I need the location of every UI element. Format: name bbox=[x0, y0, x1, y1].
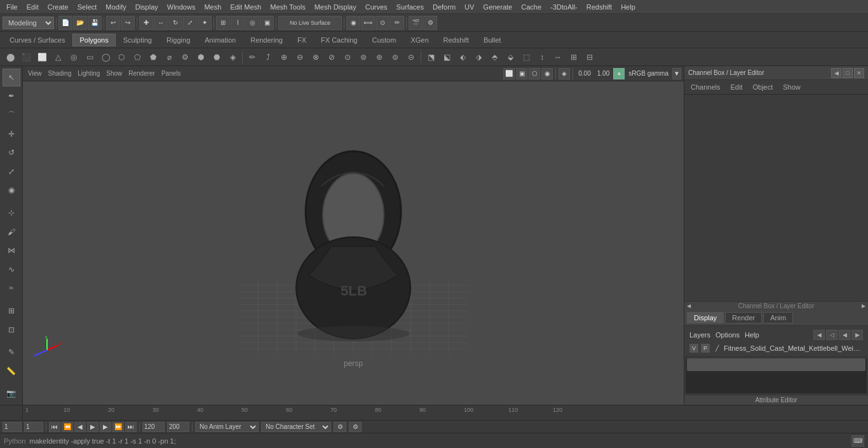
cone-btn[interactable]: △ bbox=[50, 50, 65, 65]
collapse-btn[interactable]: ⬚ bbox=[519, 50, 534, 65]
save-file-button[interactable]: 💾 bbox=[88, 16, 102, 30]
right-panel-resize[interactable]: ◀ bbox=[684, 302, 693, 310]
paint-effects[interactable]: 🖌 bbox=[3, 223, 20, 241]
soft-select-lt[interactable]: ⊹ bbox=[3, 204, 20, 222]
vp-shading-menu[interactable]: Shading bbox=[46, 69, 74, 78]
tab-show[interactable]: Show bbox=[780, 82, 803, 92]
prism-btn[interactable]: ⬡ bbox=[114, 50, 129, 65]
spin-btn[interactable]: ↔ bbox=[550, 50, 566, 65]
reduce-btn[interactable]: ⊝ bbox=[403, 50, 419, 65]
cb-tab-label[interactable]: Channel Box / Layer Editor bbox=[693, 302, 859, 310]
paint-tool[interactable]: ✒ bbox=[3, 88, 20, 105]
cb-float-btn[interactable]: □ bbox=[843, 68, 853, 78]
tab-redshift[interactable]: Redshift bbox=[437, 34, 476, 46]
next-frame-btn[interactable]: ▶ bbox=[100, 422, 111, 432]
menu-redshift[interactable]: Redshift bbox=[583, 2, 616, 12]
cloth-lt[interactable]: ⋈ bbox=[3, 241, 20, 259]
prev-frame-btn[interactable]: ◀ bbox=[74, 422, 86, 432]
cb-dock-btn[interactable]: ◀ bbox=[831, 68, 841, 78]
extract-btn[interactable]: ⊗ bbox=[308, 50, 323, 65]
bridge-btn[interactable]: ⬕ bbox=[439, 50, 454, 65]
select-component[interactable]: ◈ bbox=[559, 68, 570, 79]
menu-uv[interactable]: UV bbox=[461, 2, 478, 12]
smooth-btn[interactable]: ⊙ bbox=[340, 50, 355, 65]
lasso-tool[interactable]: ⌒ bbox=[3, 106, 20, 124]
render-settings[interactable]: ⚙ bbox=[423, 16, 437, 30]
curve-tool[interactable]: ✏ bbox=[245, 50, 260, 65]
tab-rigging[interactable]: Rigging bbox=[159, 34, 197, 46]
subdivide-btn[interactable]: ⊞ bbox=[566, 50, 581, 65]
menu-edit[interactable]: Edit bbox=[23, 2, 43, 12]
fluids-lt[interactable]: ≈ bbox=[3, 280, 20, 297]
layers-help-label[interactable]: Help bbox=[745, 331, 759, 339]
layer-visibility[interactable]: V bbox=[689, 344, 698, 353]
command-text[interactable]: makeIdentity -apply true -t 1 -r 1 -s 1 … bbox=[29, 437, 848, 445]
menu-edit-mesh[interactable]: Edit Mesh bbox=[226, 2, 265, 12]
flip-btn[interactable]: ↕ bbox=[534, 50, 550, 65]
layers-options-label[interactable]: Options bbox=[715, 331, 740, 339]
menu-file[interactable]: File bbox=[3, 2, 22, 12]
rotate-tool[interactable]: ↻ bbox=[168, 16, 182, 30]
render-btn[interactable]: 🎬 bbox=[409, 16, 423, 30]
snap-surface[interactable]: ▣ bbox=[260, 16, 274, 30]
frame-current-field[interactable] bbox=[24, 422, 43, 432]
character-set-select[interactable]: No Character Set bbox=[261, 422, 331, 432]
layer-next-btn[interactable]: ▶ bbox=[851, 330, 863, 340]
menu-generate[interactable]: Generate bbox=[479, 2, 516, 12]
step-fwd-btn[interactable]: ⏩ bbox=[112, 422, 124, 432]
menu-deform[interactable]: Deform bbox=[429, 2, 459, 12]
soft-select[interactable]: ◉ bbox=[346, 16, 360, 30]
camera-lt[interactable]: 📷 bbox=[3, 385, 20, 403]
boolean-btn[interactable]: ⊘ bbox=[324, 50, 339, 65]
gear-btn[interactable]: ⚙ bbox=[177, 50, 193, 65]
scroll-track[interactable] bbox=[686, 358, 867, 393]
soft-mod[interactable]: ⊙ bbox=[376, 16, 390, 30]
layer-prev-btn[interactable]: ◀ bbox=[839, 330, 850, 340]
wedge-btn[interactable]: ⬘ bbox=[487, 50, 502, 65]
extrude-btn[interactable]: ⤴ bbox=[261, 50, 276, 65]
move-tool[interactable]: ↔ bbox=[154, 16, 168, 30]
separate-btn[interactable]: ⊖ bbox=[292, 50, 308, 65]
layer-options-btn[interactable]: ◁ bbox=[826, 330, 837, 340]
vp-lighting-menu[interactable]: Lighting bbox=[75, 69, 102, 78]
live-surface[interactable]: No Live Surface bbox=[278, 16, 342, 30]
right-panel-resize-r[interactable]: ▶ bbox=[859, 302, 868, 310]
cb-close-btn[interactable]: ✕ bbox=[854, 68, 864, 78]
menu-mesh[interactable]: Mesh bbox=[200, 2, 225, 12]
menu-create[interactable]: Create bbox=[44, 2, 72, 12]
tab-anim[interactable]: Anim bbox=[763, 312, 793, 323]
average-btn[interactable]: ⊚ bbox=[356, 50, 371, 65]
tab-object[interactable]: Object bbox=[750, 82, 775, 92]
tab-curves-surfaces[interactable]: Curves / Surfaces bbox=[3, 34, 72, 46]
step-back-btn[interactable]: ⏪ bbox=[62, 422, 73, 432]
autokey-btn[interactable]: ⚙ bbox=[334, 422, 346, 432]
annotation-lt[interactable]: ✎ bbox=[3, 343, 20, 361]
menu-3dtoa[interactable]: -3DtoAll- bbox=[546, 2, 581, 12]
anim-prefs-btn[interactable]: ⚙ bbox=[349, 422, 362, 432]
tab-channels[interactable]: Channels bbox=[688, 82, 722, 92]
vp-renderer-menu[interactable]: Renderer bbox=[126, 69, 158, 78]
sym-toggle[interactable]: ⟺ bbox=[361, 16, 375, 30]
mode-selector[interactable]: Modeling Rigging Animation FX Rendering bbox=[3, 17, 54, 29]
menu-help[interactable]: Help bbox=[617, 2, 639, 12]
menu-windows[interactable]: Windows bbox=[163, 2, 200, 12]
tab-animation[interactable]: Animation bbox=[198, 34, 243, 46]
combine-btn[interactable]: ⊕ bbox=[276, 50, 292, 65]
poke-btn[interactable]: ⬗ bbox=[471, 50, 486, 65]
duplicate-btn[interactable]: ⊟ bbox=[582, 50, 597, 65]
play-btn[interactable]: ▶ bbox=[87, 422, 98, 432]
new-file-button[interactable]: 📄 bbox=[58, 16, 72, 30]
universal-manip[interactable]: ✦ bbox=[198, 16, 212, 30]
viewport[interactable]: View Shading Lighting Show Renderer Pane… bbox=[23, 66, 684, 405]
fill-hole-btn[interactable]: ⬖ bbox=[455, 50, 470, 65]
cylinder-btn[interactable]: ⬜ bbox=[34, 50, 50, 65]
script-editor-btn[interactable]: ⌨ bbox=[851, 435, 864, 447]
field-chart[interactable]: ◉ bbox=[541, 68, 553, 79]
select-tool-lt[interactable]: ↖ bbox=[3, 69, 20, 86]
layer-playback[interactable]: P bbox=[701, 344, 710, 353]
grid-settings-lt[interactable]: ⊡ bbox=[3, 321, 20, 339]
tab-bullet[interactable]: Bullet bbox=[477, 34, 508, 46]
menu-select[interactable]: Select bbox=[74, 2, 101, 12]
color-space-dropdown[interactable]: ▼ bbox=[672, 68, 681, 79]
menu-modify[interactable]: Modify bbox=[102, 2, 130, 12]
